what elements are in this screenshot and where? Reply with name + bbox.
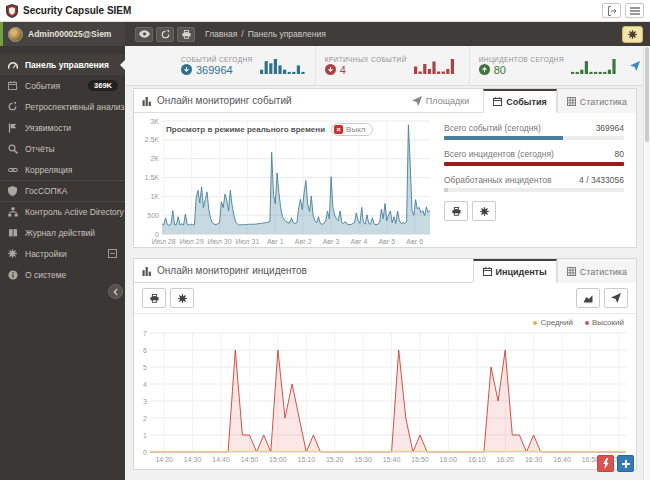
calendar-icon bbox=[483, 267, 492, 276]
sitemap-icon bbox=[7, 207, 18, 217]
progress-bar bbox=[444, 162, 624, 166]
svg-text:Июл 30: Июл 30 bbox=[208, 238, 232, 245]
tab-incidents[interactable]: Инциденты bbox=[473, 259, 557, 283]
incidents-monitoring-panel: Онлайн мониторинг инцидентов Инциденты С… bbox=[133, 258, 637, 470]
sidebar-item-action-log[interactable]: Журнал действий bbox=[0, 222, 125, 243]
sidebar-item-retrospective[interactable]: Ретроспективный анализ bbox=[0, 96, 125, 117]
sidebar-item-label: Корреляция bbox=[25, 165, 72, 175]
logout-button[interactable] bbox=[602, 3, 621, 18]
stat-critical-events: КРИТИЧНЫХ СОБЫТИЙ 4 bbox=[315, 46, 469, 85]
sidebar-item-dashboard[interactable]: Панель управления bbox=[0, 54, 125, 75]
send-icon bbox=[611, 293, 621, 303]
username: Admin000025@Siem bbox=[28, 29, 111, 39]
calendar-icon bbox=[7, 81, 18, 90]
dashboard-icon bbox=[7, 60, 18, 70]
tab-statistics[interactable]: Статистика bbox=[557, 259, 636, 283]
breadcrumb-separator: / bbox=[241, 29, 243, 39]
stat-incidents-today: ИНЦИДЕНТОВ СЕГОДНЯ 80 bbox=[469, 46, 626, 85]
add-button[interactable] bbox=[617, 455, 634, 472]
metric-value: 80 bbox=[615, 149, 624, 159]
progress-bar bbox=[444, 188, 624, 192]
printer-icon bbox=[150, 294, 159, 303]
settings-button[interactable] bbox=[472, 201, 496, 221]
settings-button[interactable] bbox=[622, 26, 643, 43]
sidebar-item-active-directory[interactable]: Контроль Active Directory bbox=[0, 201, 125, 222]
sidebar-item-gossopka[interactable]: ГосСОПКА bbox=[0, 180, 125, 201]
print-button[interactable] bbox=[177, 27, 195, 42]
stat-label: СОБЫТИЙ СЕГОДНЯ bbox=[181, 56, 253, 63]
scrollbar-thumb[interactable] bbox=[645, 47, 649, 142]
tab-sites[interactable]: Площадки bbox=[403, 89, 483, 113]
svg-text:16:40: 16:40 bbox=[553, 456, 571, 463]
svg-text:Июл 31: Июл 31 bbox=[235, 238, 259, 245]
metric-label: Всего инцидентов (сегодня) bbox=[444, 149, 554, 159]
svg-text:15:00: 15:00 bbox=[269, 456, 287, 463]
svg-text:15:20: 15:20 bbox=[326, 456, 344, 463]
tab-events[interactable]: События bbox=[483, 89, 556, 113]
app-title: Security Capsule SIEM bbox=[23, 5, 131, 16]
svg-text:2.5K: 2.5K bbox=[145, 136, 160, 143]
flag-icon bbox=[7, 123, 18, 133]
printer-icon bbox=[452, 207, 461, 216]
events-count-badge: 369K bbox=[88, 80, 118, 91]
send-button[interactable] bbox=[604, 288, 628, 308]
tab-label: События bbox=[506, 97, 546, 107]
svg-text:Авг 6: Авг 6 bbox=[406, 238, 423, 245]
tab-label: Статистика bbox=[580, 97, 627, 107]
sidebar: Панель управления События 369K Ретроспек… bbox=[0, 46, 125, 480]
print-button[interactable] bbox=[142, 288, 166, 308]
sidebar-item-label: Журнал действий bbox=[25, 228, 95, 238]
svg-text:16:00: 16:00 bbox=[440, 456, 458, 463]
svg-text:3: 3 bbox=[143, 398, 147, 405]
svg-text:5: 5 bbox=[143, 364, 147, 371]
sidebar-item-correlation[interactable]: Корреляция bbox=[0, 159, 125, 180]
logout-icon bbox=[607, 6, 617, 16]
settings-button[interactable] bbox=[170, 288, 194, 308]
incidents-toolbar bbox=[134, 283, 636, 314]
user-profile[interactable]: Admin000025@Siem bbox=[0, 22, 125, 46]
sidebar-item-settings[interactable]: Настройки bbox=[0, 243, 125, 264]
send-icon[interactable] bbox=[630, 61, 640, 71]
events-side-metrics: Всего событий (сегодня) 369964 Всего инц… bbox=[440, 113, 636, 247]
svg-text:3K: 3K bbox=[150, 118, 159, 125]
sidebar-item-reports[interactable]: Отчёты bbox=[0, 138, 125, 159]
high-dot-icon bbox=[585, 321, 589, 325]
chart-type-button[interactable] bbox=[576, 288, 600, 308]
sidebar-item-vulnerabilities[interactable]: Уязвимости bbox=[0, 117, 125, 138]
vertical-scrollbar[interactable] bbox=[643, 46, 650, 480]
svg-text:Авг 3: Авг 3 bbox=[323, 238, 340, 245]
sidebar-collapse-button[interactable] bbox=[108, 284, 123, 299]
breadcrumb-toolbar: Главная / Панель управления bbox=[125, 22, 622, 46]
breadcrumb-home[interactable]: Главная bbox=[205, 29, 237, 39]
legend-label: Средний bbox=[540, 318, 573, 327]
sidebar-item-about[interactable]: О системе bbox=[0, 264, 125, 285]
floating-actions bbox=[597, 455, 634, 472]
alert-button[interactable] bbox=[597, 455, 614, 472]
sidebar-item-events[interactable]: События 369K bbox=[0, 75, 125, 96]
svg-text:16:20: 16:20 bbox=[496, 456, 514, 463]
svg-text:7: 7 bbox=[143, 330, 147, 337]
shield-icon bbox=[7, 186, 18, 196]
svg-text:Авг 5: Авг 5 bbox=[378, 238, 395, 245]
user-breadcrumb-bar: Admin000025@Siem Главная / Панель управл… bbox=[0, 22, 650, 46]
book-icon bbox=[7, 228, 18, 238]
stat-value: 80 bbox=[494, 64, 506, 76]
stat-value: 369964 bbox=[196, 64, 233, 76]
svg-text:Июл 28: Июл 28 bbox=[152, 238, 176, 245]
menu-button[interactable] bbox=[625, 3, 644, 18]
sidebar-item-label: ГосСОПКА bbox=[25, 186, 67, 196]
realtime-toggle[interactable]: × Выкл bbox=[331, 123, 373, 136]
events-chart-area: 05001K1.5K2K2.5K3KИюл 28Июл 29Июл 30Июл … bbox=[134, 113, 440, 247]
svg-text:4: 4 bbox=[143, 381, 147, 388]
tab-statistics[interactable]: Статистика bbox=[557, 89, 636, 113]
sidebar-item-label: Отчёты bbox=[25, 144, 55, 154]
search-icon bbox=[7, 144, 18, 154]
svg-text:1: 1 bbox=[143, 432, 147, 439]
panel-title-text: Онлайн мониторинг событий bbox=[157, 95, 292, 106]
eye-button[interactable] bbox=[135, 27, 153, 42]
refresh-button[interactable] bbox=[156, 27, 174, 42]
gear-icon bbox=[178, 294, 187, 303]
print-button[interactable] bbox=[444, 201, 468, 221]
gear-icon bbox=[7, 249, 18, 258]
stats-row: СОБЫТИЙ СЕГОДНЯ 369964 КРИТИЧНЫХ СОБЫТИЙ… bbox=[125, 46, 650, 86]
